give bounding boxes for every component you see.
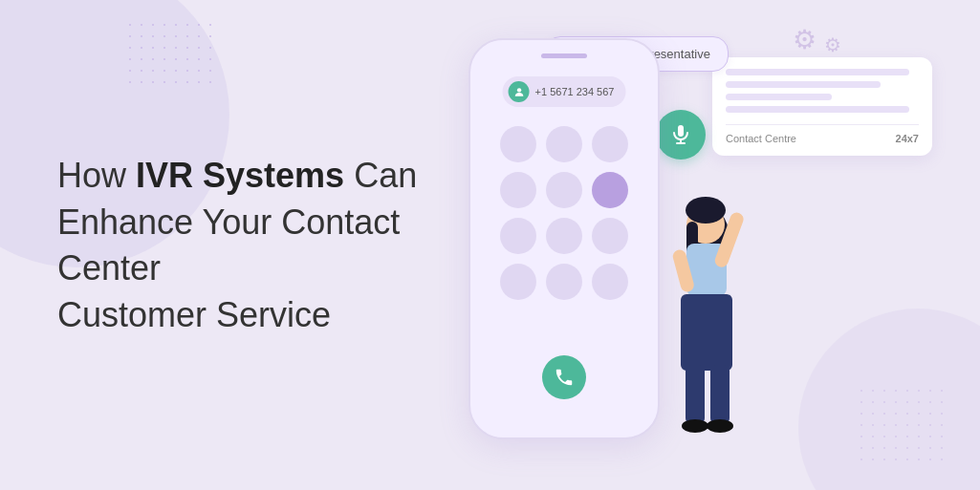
svg-rect-12	[686, 365, 705, 424]
dial-btn-1[interactable]	[500, 126, 536, 162]
contact-centre-card: Contact Centre 24x7	[712, 57, 932, 156]
call-button[interactable]	[542, 355, 586, 399]
svg-rect-0	[678, 125, 684, 137]
card-content-lines	[726, 69, 919, 113]
svg-point-6	[686, 197, 726, 224]
phone-notch	[541, 53, 587, 58]
dial-btn-4[interactable]	[500, 172, 536, 208]
card-footer: Contact Centre 24x7	[726, 124, 919, 144]
svg-point-15	[707, 419, 733, 433]
headline-text: How IVR Systems Can Enhance Your Contact…	[57, 153, 468, 338]
gear-icons-group: ⚙ ⚙	[793, 24, 841, 56]
dial-btn-8[interactable]	[546, 218, 582, 254]
dial-btn-7[interactable]	[500, 218, 536, 254]
card-line-4	[726, 106, 909, 113]
headline-line3: Customer Service	[57, 295, 331, 334]
dial-pad	[500, 126, 628, 300]
headline-bold: IVR Systems	[136, 156, 344, 195]
svg-point-3	[516, 88, 520, 92]
card-footer-label: Contact Centre	[726, 133, 796, 144]
mic-icon	[669, 123, 692, 146]
card-footer-value: 24x7	[896, 133, 919, 144]
caller-number: +1 5671 234 567	[535, 86, 615, 97]
card-line-2	[726, 81, 881, 88]
svg-rect-11	[681, 294, 732, 371]
card-line-3	[726, 94, 832, 100]
dots-pattern-top-left	[124, 19, 220, 86]
svg-point-14	[682, 419, 708, 433]
caller-info: +1 5671 234 567	[503, 76, 626, 107]
caller-avatar	[509, 81, 530, 102]
svg-rect-13	[710, 365, 730, 424]
card-line-1	[726, 69, 909, 75]
dial-btn-3[interactable]	[592, 126, 628, 162]
gear-icon-small: ⚙	[824, 33, 841, 56]
headline-line1: How IVR Systems Can	[57, 156, 417, 195]
dial-btn-0[interactable]	[546, 264, 582, 300]
headline-line2: Enhance Your Contact Center	[57, 202, 400, 288]
dial-btn-star[interactable]	[500, 264, 536, 300]
headline-section: How IVR Systems Can Enhance Your Contact…	[57, 153, 468, 338]
dial-btn-2[interactable]	[546, 126, 582, 162]
woman-figure	[612, 181, 765, 478]
dial-btn-5[interactable]	[546, 172, 582, 208]
gear-icon-large: ⚙	[793, 24, 817, 56]
